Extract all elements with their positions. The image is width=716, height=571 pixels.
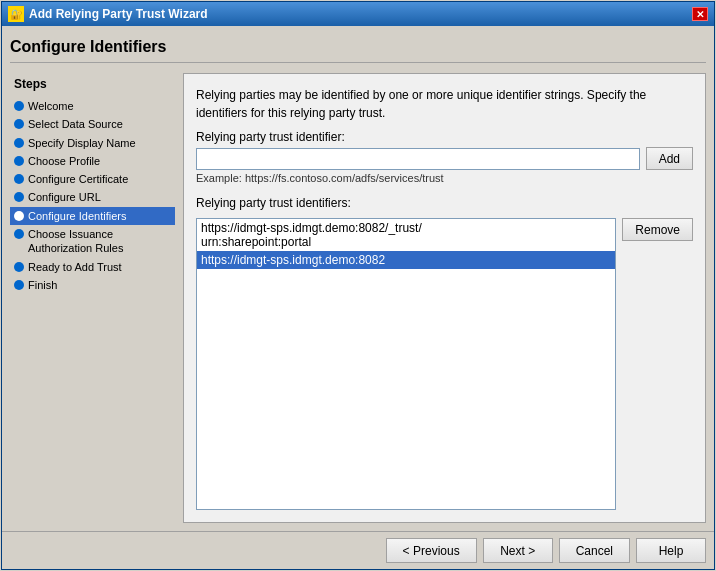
sidebar-item-label: Configure URL [28, 190, 101, 204]
help-button[interactable]: Help [636, 538, 706, 563]
identifiers-list-label: Relying party trust identifiers: [196, 196, 693, 210]
footer-area: < Previous Next > Cancel Help [2, 531, 714, 569]
close-button[interactable]: ✕ [692, 7, 708, 21]
description-text: Relying parties may be identified by one… [196, 86, 693, 122]
identifier-field-group: Relying party trust identifier: Add Exam… [196, 130, 693, 184]
steps-title: Steps [10, 77, 175, 91]
identifiers-area: https://idmgt-sps.idmgt.demo:8082/_trust… [196, 218, 693, 510]
sidebar-item-label: Choose Issuance Authorization Rules [28, 227, 171, 256]
sidebar-item-label: Welcome [28, 99, 74, 113]
wizard-icon: 🔐 [8, 6, 24, 22]
list-actions: Remove [622, 218, 693, 510]
identifiers-list[interactable]: https://idmgt-sps.idmgt.demo:8082/_trust… [196, 218, 616, 510]
step-dot [14, 229, 24, 239]
step-dot [14, 211, 24, 221]
previous-button[interactable]: < Previous [386, 538, 477, 563]
list-item[interactable]: https://idmgt-sps.idmgt.demo:8082 [197, 251, 615, 269]
step-dot [14, 101, 24, 111]
step-dot [14, 174, 24, 184]
sidebar-item-label: Select Data Source [28, 117, 123, 131]
page-title: Configure Identifiers [10, 34, 706, 63]
sidebar-item-label: Finish [28, 278, 57, 292]
cancel-button[interactable]: Cancel [559, 538, 630, 563]
window-title: Add Relying Party Trust Wizard [29, 7, 208, 21]
list-item[interactable]: https://idmgt-sps.idmgt.demo:8082/_trust… [197, 219, 615, 251]
content-area: Steps Welcome Select Data Source Specify… [10, 73, 706, 523]
wizard-window: 🔐 Add Relying Party Trust Wizard ✕ Confi… [1, 1, 715, 570]
example-text: Example: https://fs.contoso.com/adfs/ser… [196, 172, 693, 184]
sidebar-item-choose-profile[interactable]: Choose Profile [10, 152, 175, 170]
step-dot [14, 280, 24, 290]
title-bar: 🔐 Add Relying Party Trust Wizard ✕ [2, 2, 714, 26]
remove-button[interactable]: Remove [622, 218, 693, 241]
step-dot [14, 156, 24, 166]
sidebar-item-choose-issuance-authorization-rules[interactable]: Choose Issuance Authorization Rules [10, 225, 175, 258]
identifier-input[interactable] [196, 148, 640, 170]
step-dot [14, 192, 24, 202]
sidebar-item-welcome[interactable]: Welcome [10, 97, 175, 115]
step-dot [14, 262, 24, 272]
identifier-label: Relying party trust identifier: [196, 130, 693, 144]
sidebar-item-ready-to-add-trust[interactable]: Ready to Add Trust [10, 258, 175, 276]
sidebar-item-label: Choose Profile [28, 154, 100, 168]
main-panel: Relying parties may be identified by one… [183, 73, 706, 523]
sidebar-item-configure-certificate[interactable]: Configure Certificate [10, 170, 175, 188]
next-button[interactable]: Next > [483, 538, 553, 563]
sidebar-item-label: Configure Identifiers [28, 209, 126, 223]
steps-panel: Steps Welcome Select Data Source Specify… [10, 73, 175, 523]
sidebar-item-label: Ready to Add Trust [28, 260, 122, 274]
add-button[interactable]: Add [646, 147, 693, 170]
step-dot [14, 119, 24, 129]
step-dot [14, 138, 24, 148]
sidebar-item-configure-url[interactable]: Configure URL [10, 188, 175, 206]
window-body: Configure Identifiers Steps Welcome Sele… [2, 26, 714, 531]
sidebar-item-select-data-source[interactable]: Select Data Source [10, 115, 175, 133]
sidebar-item-configure-identifiers[interactable]: Configure Identifiers [10, 207, 175, 225]
identifier-input-row: Add [196, 147, 693, 170]
title-bar-left: 🔐 Add Relying Party Trust Wizard [8, 6, 208, 22]
sidebar-item-specify-display-name[interactable]: Specify Display Name [10, 134, 175, 152]
sidebar-item-finish[interactable]: Finish [10, 276, 175, 294]
sidebar-item-label: Configure Certificate [28, 172, 128, 186]
sidebar-item-label: Specify Display Name [28, 136, 136, 150]
